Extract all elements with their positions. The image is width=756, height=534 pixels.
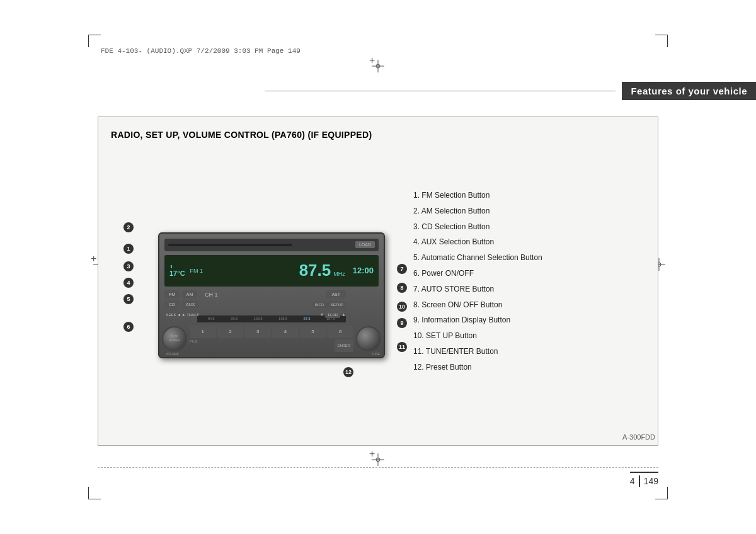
feature-2: 2. AM Selection Button [413, 203, 645, 219]
am-button[interactable]: AM [182, 290, 197, 298]
callout-4: 4 [123, 278, 134, 288]
setup-button[interactable]: SETUP [328, 302, 346, 308]
fldr-button[interactable]: FLDR [325, 312, 340, 318]
preset-1[interactable]: 1 [190, 326, 216, 338]
feature-12: 12. Preset Button [413, 360, 645, 375]
feature-5: 5. Automatic Channel Selection Button [413, 250, 645, 266]
callout-6: 6 [123, 322, 134, 332]
callout-5: 5 [123, 294, 134, 304]
crosshair-bottom [372, 453, 382, 463]
tune-knob[interactable] [356, 326, 381, 351]
page-number: 149 [644, 476, 658, 486]
section-title-line [265, 91, 616, 91]
info-setup-buttons: INFO SETUP [312, 302, 346, 308]
callout-1: 1 [123, 244, 134, 254]
main-content-box: RADIO, SET UP, VOLUME CONTROL (PA760) (I… [98, 116, 658, 446]
info-button[interactable]: INFO [312, 302, 326, 308]
feature-7: 7. AUTO STORE Button [413, 281, 645, 297]
ch-label: CH 1 [205, 292, 218, 298]
radio-display: ⬆ 17°C FM 1 87.5 MHz 12:00 [164, 255, 379, 287]
callout-8: 8 [397, 283, 407, 293]
feature-3: 3. CD Selection Button [413, 219, 645, 235]
page-section-number: 4 [630, 476, 635, 486]
feature-4: 4. AUX Selection Button [413, 234, 645, 250]
feature-6: 6. Power ON/OFF [413, 266, 645, 281]
page-footer: 4 149 [630, 472, 658, 487]
feature-9: 9. Information Display Button [413, 312, 645, 328]
callout-3: 3 [123, 261, 134, 271]
content-area: 2 1 3 4 5 6 [111, 150, 645, 428]
preset-3[interactable]: 3 [244, 326, 271, 338]
corner-mark-tr [655, 35, 668, 47]
radio-area: 2 1 3 4 5 6 [111, 150, 401, 428]
box-title: RADIO, SET UP, VOLUME CONTROL (PA760) (I… [111, 130, 645, 140]
preset-2[interactable]: 2 [217, 326, 244, 338]
features-list: 1. FM Selection Button 2. AM Selection B… [413, 150, 645, 428]
bottom-controls: PUSHPOWER 1 2 3 4 5 6 [162, 326, 381, 352]
volume-label: VOLUME [166, 352, 179, 356]
callout-9: 9 [397, 318, 407, 328]
page-separator [639, 475, 640, 487]
preset-6[interactable]: 6 [327, 326, 353, 338]
callout-7: 7 [397, 264, 407, 274]
corner-mark-bl [88, 487, 101, 499]
tune-label: TUNE [371, 352, 380, 356]
power-knob[interactable]: PUSHPOWER [162, 326, 187, 351]
feature-10: 10. SET UP Button [413, 328, 645, 344]
section-title-bar: Features of your vehicle [265, 82, 756, 100]
fm-button[interactable]: FM [164, 290, 180, 298]
aux-button[interactable]: AUX [182, 300, 198, 309]
seek-track-button[interactable]: SEEK ◄ ► TRACK [164, 310, 201, 319]
cd-slot [168, 244, 292, 246]
corner-mark-br [655, 487, 668, 499]
ast-button[interactable]: AST [326, 290, 346, 298]
corner-mark-tl [88, 35, 101, 47]
feature-11: 11. TUNE/ENTER Button [413, 344, 645, 360]
load-button: LOAD [355, 241, 375, 248]
preset-4[interactable]: 4 [272, 326, 299, 338]
radio-device: LOAD ⬆ 17°C FM 1 87.5 MHz 12:00 [158, 232, 385, 358]
enter-button[interactable]: ENTER [335, 339, 353, 352]
callout-10: 10 [397, 302, 407, 312]
feature-8: 8. Screen ON/ OFF Button [413, 297, 645, 313]
callout-2: 2 [123, 222, 134, 232]
callout-12: 12 [343, 367, 353, 377]
header-file-info: FDE 4-103- (AUDIO).QXP 7/2/2009 3:03 PM … [101, 47, 301, 55]
preset-5[interactable]: 5 [300, 326, 326, 338]
callout-11: 11 [397, 342, 407, 352]
crosshair-top [372, 60, 382, 70]
section-title: Features of your vehicle [622, 82, 756, 100]
dashed-divider [98, 467, 658, 468]
mode-buttons: FM AM [164, 290, 197, 298]
cd-button[interactable]: CD [164, 300, 180, 309]
fldr-buttons: ▼ FLDR ▲ [319, 312, 346, 318]
cd-aux-buttons: CD AUX [164, 300, 198, 309]
bottom-reference: A-300FDD [622, 433, 655, 441]
feature-1: 1. FM Selection Button [413, 188, 645, 203]
